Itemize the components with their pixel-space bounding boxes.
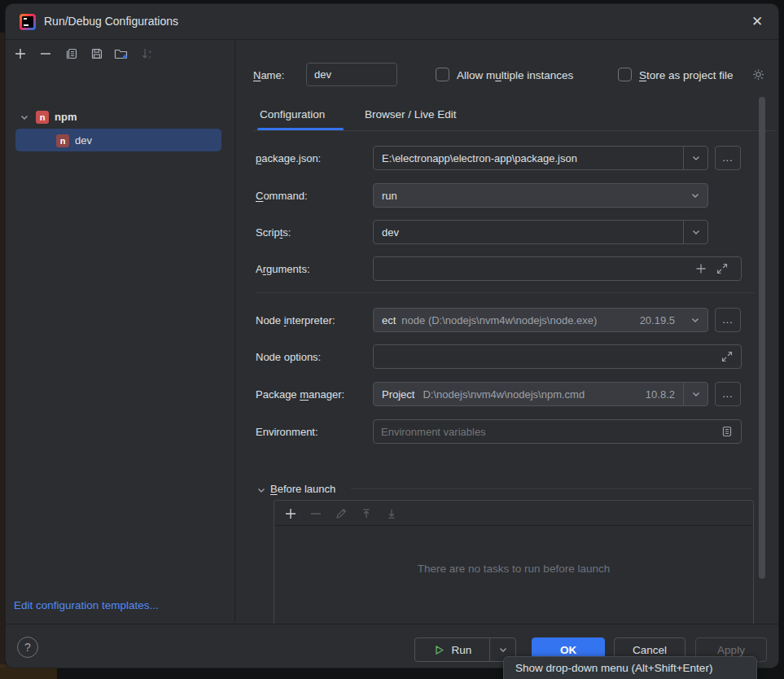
section-separator bbox=[256, 292, 754, 293]
node-interpreter-browse-button[interactable]: ... bbox=[715, 308, 741, 332]
tooltip: Show drop-down menu (Alt+Shift+Enter) bbox=[503, 656, 757, 679]
svg-text:z: z bbox=[149, 55, 151, 59]
package-manager-browse-button[interactable]: ... bbox=[715, 382, 741, 406]
edit-configuration-templates-link[interactable]: Edit configuration templates... bbox=[14, 599, 159, 611]
before-launch-tasks-panel: There are no tasks to run before launch bbox=[274, 500, 754, 624]
allow-multiple-instances-label: Allow multiple instances bbox=[457, 69, 573, 81]
environment-input[interactable] bbox=[373, 419, 742, 444]
name-label: Name: bbox=[253, 69, 284, 81]
new-folder-icon[interactable] bbox=[113, 46, 129, 62]
store-as-project-file-label: Store as project file bbox=[639, 69, 734, 81]
tab-browser-live-edit[interactable]: Browser / Live Edit bbox=[365, 108, 457, 120]
tree-item-label: dev bbox=[75, 134, 92, 147]
help-button[interactable]: ? bbox=[17, 637, 38, 658]
package-manager-version: 10.8.2 bbox=[646, 388, 675, 401]
save-configuration-icon[interactable] bbox=[89, 46, 105, 62]
run-split-button[interactable]: Run bbox=[414, 637, 516, 662]
intellij-logo-icon bbox=[20, 14, 36, 30]
tab-configuration[interactable]: Configuration bbox=[260, 108, 325, 120]
screen: Run/Debug Configurations ✕ bbox=[0, 0, 784, 679]
package-json-browse-button[interactable]: ... bbox=[715, 146, 741, 170]
tree-item-npm[interactable]: n npm bbox=[6, 106, 234, 128]
before-launch-toolbar bbox=[274, 501, 753, 526]
run-debug-configurations-dialog: Run/Debug Configurations ✕ bbox=[5, 3, 779, 668]
scripts-label: Scripts: bbox=[256, 226, 291, 239]
remove-configuration-icon[interactable] bbox=[37, 46, 54, 62]
play-icon bbox=[433, 644, 445, 656]
dialog-title: Run/Debug Configurations bbox=[44, 15, 178, 28]
sort-alphabetically-icon[interactable]: az bbox=[139, 46, 155, 62]
remove-task-icon[interactable] bbox=[308, 506, 323, 521]
tree-item-dev[interactable]: n dev bbox=[6, 129, 234, 151]
configurations-sidebar: az n npm n dev Edit configuration templa… bbox=[6, 40, 235, 622]
scripts-combobox[interactable]: dev bbox=[373, 220, 708, 244]
store-as-project-file-checkbox[interactable] bbox=[618, 68, 632, 81]
tree-item-label: npm bbox=[55, 111, 77, 123]
name-input[interactable] bbox=[306, 63, 397, 86]
copy-configuration-icon[interactable] bbox=[64, 46, 80, 62]
interpreter-version: 20.19.5 bbox=[640, 314, 675, 326]
active-tab-indicator bbox=[257, 128, 344, 130]
sidebar-toolbar: az bbox=[6, 40, 234, 68]
package-json-combobox[interactable]: E:\electronapp\electron-app\package.json bbox=[373, 146, 708, 170]
chevron-down-icon[interactable] bbox=[683, 309, 707, 331]
chevron-down-icon[interactable] bbox=[683, 184, 707, 207]
npm-icon: n bbox=[56, 134, 69, 147]
close-icon[interactable]: ✕ bbox=[747, 12, 767, 32]
arguments-label: Arguments: bbox=[256, 263, 310, 275]
arguments-input[interactable] bbox=[373, 256, 742, 281]
package-manager-label: Package manager: bbox=[256, 388, 344, 401]
before-launch-empty-text: There are no tasks to run before launch bbox=[274, 563, 753, 575]
npm-icon: n bbox=[36, 111, 49, 124]
node-options-label: Node options: bbox=[256, 351, 321, 363]
expand-icon[interactable] bbox=[720, 350, 734, 366]
chevron-down-icon[interactable] bbox=[683, 383, 707, 405]
command-label: Command: bbox=[256, 190, 308, 202]
title-bar: Run/Debug Configurations ✕ bbox=[6, 4, 778, 40]
add-task-icon[interactable] bbox=[283, 506, 298, 521]
before-launch-divider bbox=[351, 488, 752, 489]
chevron-down-icon[interactable] bbox=[683, 221, 707, 243]
move-down-icon[interactable] bbox=[383, 506, 399, 521]
add-icon[interactable] bbox=[694, 262, 707, 278]
package-manager-dropdown[interactable]: Project D:\nodejs\nvm4w\nodejs\npm.cmd 1… bbox=[373, 382, 708, 406]
run-button-label: Run bbox=[452, 644, 472, 656]
before-launch-collapse-icon[interactable] bbox=[256, 484, 267, 499]
before-launch-title[interactable]: Before launch bbox=[270, 483, 335, 495]
chevron-down-icon[interactable] bbox=[19, 112, 30, 123]
footer-divider bbox=[6, 624, 778, 624]
environment-label: Environment: bbox=[256, 426, 318, 438]
gear-icon[interactable] bbox=[751, 67, 767, 86]
allow-multiple-instances-checkbox[interactable] bbox=[436, 68, 449, 81]
vertical-scrollbar[interactable] bbox=[759, 97, 765, 579]
environment-variables-icon[interactable] bbox=[720, 425, 734, 441]
package-json-label: package.json: bbox=[256, 152, 321, 164]
command-dropdown[interactable]: run bbox=[373, 183, 708, 208]
move-up-icon[interactable] bbox=[358, 506, 374, 521]
chevron-down-icon[interactable] bbox=[683, 147, 707, 169]
add-configuration-icon[interactable] bbox=[12, 46, 28, 62]
tabs-divider bbox=[253, 130, 775, 131]
edit-task-icon[interactable] bbox=[333, 506, 348, 521]
node-interpreter-label: Node interpreter: bbox=[256, 314, 335, 326]
expand-icon[interactable] bbox=[716, 262, 729, 278]
node-options-input[interactable] bbox=[373, 344, 742, 369]
svg-text:a: a bbox=[149, 49, 152, 54]
node-interpreter-dropdown[interactable]: ect node (D:\nodejs\nvm4w\nodejs\node.ex… bbox=[373, 308, 708, 332]
